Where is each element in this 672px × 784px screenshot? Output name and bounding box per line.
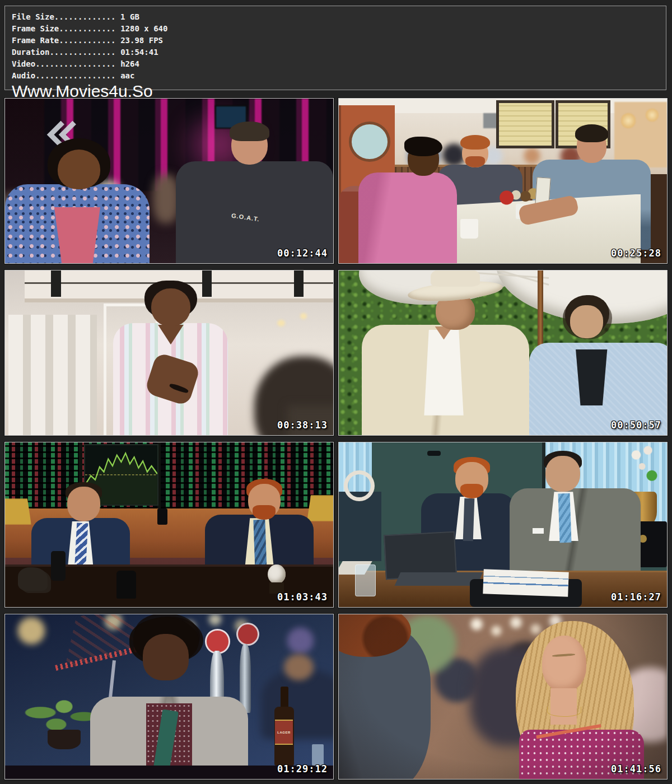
dot-leader: .................: [35, 59, 115, 68]
timestamp-overlay: 01:41:56: [611, 763, 661, 774]
screenshot-cell-8: 01:41:56: [338, 614, 668, 780]
stock-ticker-screens: [5, 442, 333, 511]
screenshot-cell-2: 00:25:28: [338, 98, 668, 264]
beer-bottle-label: LAGER: [275, 720, 293, 745]
scene-trading-floor: [5, 442, 333, 607]
dot-leader: .................: [35, 71, 115, 80]
bottle-label-text: LAGER: [277, 731, 291, 734]
man-hair: [230, 122, 269, 141]
timestamp-overlay: 01:03:43: [277, 591, 328, 603]
ceiling-light: [277, 320, 285, 326]
man-face: [545, 456, 580, 492]
blurred-patron: [153, 174, 179, 223]
screenshot-cell-6: 01:16:27: [338, 442, 668, 608]
file-info-panel: File Size.............1 GB Frame Size...…: [4, 6, 666, 90]
info-label: Video: [12, 59, 35, 68]
scene-nightclub: G.O.A.T.: [5, 99, 333, 263]
dark-tie: [463, 498, 474, 542]
file-info-row: Duration..............01:54:41: [12, 46, 666, 58]
file-info-row: Audio.................aac: [12, 70, 666, 82]
scene-diner: [339, 99, 667, 263]
orchid-flowers: [624, 446, 664, 492]
scene-garden: [339, 270, 667, 435]
man-face: [151, 288, 190, 326]
ceiling-light: [300, 313, 307, 319]
white-shirt: [424, 330, 463, 416]
globe-lamp: [621, 113, 636, 128]
scene-pub: LAGER: [5, 614, 333, 779]
info-label: Frame Size: [12, 24, 59, 33]
info-value: aac: [120, 71, 134, 80]
water-glass: [355, 564, 376, 597]
info-label: Frame Rate: [12, 36, 59, 45]
football-trophy: [268, 564, 286, 584]
info-label: File Size: [12, 12, 54, 21]
man-face: [58, 150, 100, 189]
timestamp-overlay: 00:50:57: [611, 419, 661, 431]
info-value: 01:54:41: [120, 48, 158, 57]
file-info-row: File Size.............1 GB: [12, 11, 666, 23]
bull-statue: [18, 567, 48, 590]
beer-tap-badge: [236, 623, 259, 646]
brass-lamp: [5, 498, 31, 525]
rail-post: [51, 270, 61, 297]
cowboy-hat-crown: [431, 270, 480, 287]
timestamp-overlay: 00:25:28: [611, 248, 661, 259]
man-face: [67, 487, 100, 521]
man-red-hair: [460, 135, 490, 150]
man-face: [143, 634, 189, 680]
man-face: [570, 305, 603, 338]
dot-leader: ............: [59, 36, 115, 45]
file-info-row: Video.................h264: [12, 58, 666, 70]
dot-leader: ............: [59, 24, 115, 33]
screenshot-grid: G.O.A.T. 00:12:44: [4, 98, 668, 780]
media-info-sheet: File Size.............1 GB Frame Size...…: [0, 0, 672, 784]
rail-post: [202, 270, 212, 297]
street-window: [614, 102, 667, 168]
man-beard: [460, 484, 483, 498]
coffee-mug: [460, 219, 478, 239]
man-hair: [404, 137, 442, 156]
cabinet: [339, 492, 381, 561]
blurred-patron-head: [284, 654, 314, 680]
timestamp-overlay: 01:16:27: [611, 591, 661, 603]
ticker-grid: [5, 442, 333, 508]
dot-leader: ..............: [49, 48, 115, 57]
blue-striped-tie: [558, 493, 571, 543]
info-label: Duration: [12, 48, 49, 57]
man-pink-tank: [358, 172, 457, 263]
beer-bottle-neck: [281, 687, 288, 708]
pocket-square: [533, 528, 544, 534]
plant-pot: [48, 730, 81, 749]
dot-leader: .............: [54, 12, 116, 21]
slatted-wall: [8, 315, 97, 435]
menu-board: [496, 100, 554, 148]
screenshot-cell-3: 00:38:13: [4, 270, 334, 436]
screenshot-cell-4: 00:50:57: [338, 270, 668, 436]
timestamp-overlay: 00:38:13: [277, 419, 328, 431]
blurred-patron: [261, 670, 333, 739]
info-value: h264: [120, 59, 139, 68]
scene-party: [339, 614, 667, 779]
scene-loft: [5, 270, 333, 435]
condiment-caddy: [500, 179, 539, 206]
info-value: 1280 x 640: [120, 24, 167, 33]
rail-post: [294, 270, 304, 297]
porthole-window: [349, 122, 390, 162]
shot-glass: [312, 744, 324, 766]
pink-tshirt: [54, 207, 100, 263]
wall-hook: [427, 451, 440, 456]
info-label: Audio: [12, 71, 35, 80]
file-info-row: Frame Rate............23.98 FPS: [12, 35, 666, 46]
black-tumbler: [116, 571, 136, 599]
brass-lamp: [307, 495, 333, 521]
timestamp-overlay: 00:12:44: [277, 248, 328, 259]
man-hair: [575, 124, 608, 142]
screenshot-cell-7: LAGER 01:29:12: [4, 614, 334, 780]
info-value: 1 GB: [120, 12, 139, 21]
screenshot-cell-5: 01:03:43: [4, 442, 334, 608]
black-tumbler: [51, 551, 66, 581]
scene-boardroom: [339, 442, 667, 607]
info-value: 23.98 FPS: [120, 36, 163, 45]
file-info-row: Frame Size............1280 x 640: [12, 23, 666, 35]
